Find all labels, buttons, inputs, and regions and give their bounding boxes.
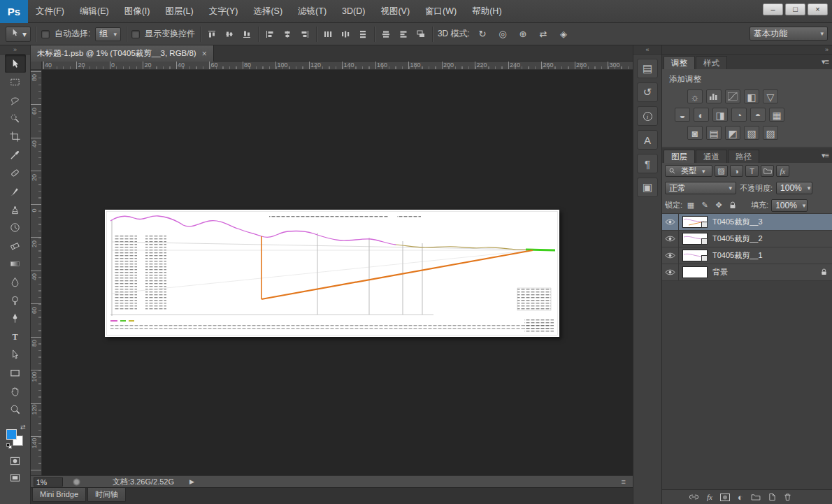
- distribute-left-edges-button[interactable]: [380, 28, 392, 41]
- expand-panels-icon[interactable]: «: [633, 45, 661, 55]
- menu-layer[interactable]: 图层(L): [157, 0, 201, 23]
- canvas[interactable]: [42, 70, 633, 475]
- layer-filter-dropdown[interactable]: 类型 ▾: [665, 165, 712, 177]
- layer-style-button[interactable]: fx: [707, 493, 712, 501]
- 3d-rotate-icon[interactable]: ↻: [475, 27, 490, 41]
- blend-mode-dropdown[interactable]: 正常 ▾: [665, 182, 736, 194]
- info-panel-icon[interactable]: i: [637, 106, 658, 126]
- collapse-panels-icon[interactable]: »: [662, 45, 832, 55]
- history-panel-icon[interactable]: ↺: [637, 82, 658, 102]
- auto-select-checkbox[interactable]: [41, 30, 50, 38]
- vertical-ruler[interactable]: 80 60 40 20 0 20 40 60 80 100 120 140: [31, 70, 42, 475]
- vibrance-icon[interactable]: ▽: [763, 89, 778, 103]
- menu-type[interactable]: 文字(Y): [201, 0, 246, 23]
- paragraph-panel-icon[interactable]: ¶: [637, 154, 658, 173]
- filter-type-layers-button[interactable]: T: [745, 165, 759, 177]
- color-lookup-icon[interactable]: ▦: [769, 108, 784, 122]
- rectangle-shape-tool[interactable]: [5, 363, 26, 382]
- menu-3d[interactable]: 3D(D): [334, 0, 373, 23]
- fill-dropdown[interactable]: 100% ▾: [771, 199, 808, 212]
- status-options-arrow-icon[interactable]: ▶: [189, 478, 194, 485]
- new-layer-button[interactable]: [768, 493, 776, 501]
- layer-row[interactable]: T0405裁剪__1: [662, 247, 832, 264]
- clone-source-panel-icon[interactable]: ▣: [637, 178, 658, 197]
- threshold-icon[interactable]: ◩: [725, 126, 740, 140]
- layer-row[interactable]: T0405裁剪__2: [662, 231, 832, 247]
- lock-transparent-pixels-button[interactable]: ▦: [685, 200, 696, 211]
- opacity-dropdown[interactable]: 100% ▾: [776, 182, 812, 194]
- 3d-drag-icon[interactable]: ⊕: [515, 27, 531, 41]
- menu-file[interactable]: 文件(F): [28, 0, 72, 23]
- 3d-roll-icon[interactable]: ◎: [495, 27, 510, 41]
- menu-window[interactable]: 窗口(W): [417, 0, 464, 23]
- zoom-level-field[interactable]: 1%: [34, 477, 63, 487]
- document-tab[interactable]: 未标题-1.psb @ 1% (T0405裁剪__3, RGB/8) ×: [31, 45, 214, 62]
- levels-icon[interactable]: [706, 89, 722, 103]
- filter-group-layers-button[interactable]: [761, 165, 774, 177]
- layer-visibility-toggle[interactable]: [662, 247, 679, 264]
- path-selection-tool[interactable]: [5, 345, 26, 363]
- quick-selection-tool[interactable]: [5, 109, 26, 127]
- add-layer-mask-button[interactable]: [720, 494, 730, 501]
- posterize-icon[interactable]: ▤: [706, 126, 722, 140]
- spot-healing-brush-tool[interactable]: [5, 164, 26, 182]
- invert-icon[interactable]: ◙: [687, 126, 703, 140]
- foreground-color-swatch[interactable]: [6, 429, 17, 440]
- layer-thumbnail[interactable]: [682, 250, 708, 261]
- brush-tool[interactable]: [5, 182, 26, 200]
- align-bottom-edges-button[interactable]: [241, 28, 253, 41]
- layer-row-background[interactable]: 背景: [662, 264, 832, 281]
- panel-menu-icon[interactable]: ▾≡: [822, 151, 829, 160]
- align-horizontal-centers-button[interactable]: [281, 28, 294, 41]
- layer-thumbnail[interactable]: [682, 216, 708, 228]
- 3d-scale-icon[interactable]: ◈: [556, 27, 571, 41]
- eraser-tool[interactable]: [5, 236, 26, 254]
- color-balance-icon[interactable]: ◐: [694, 108, 709, 122]
- auto-select-target-dropdown[interactable]: 组 ▾: [95, 27, 121, 41]
- layer-visibility-toggle[interactable]: [662, 231, 679, 247]
- layer-row[interactable]: T0405裁剪__3: [662, 214, 832, 231]
- menu-edit[interactable]: 编辑(E): [72, 0, 117, 23]
- layer-visibility-toggle[interactable]: [662, 214, 679, 230]
- selective-color-icon[interactable]: ▨: [763, 126, 778, 140]
- dodge-tool[interactable]: [5, 291, 26, 309]
- tool-preset-button[interactable]: ▾: [6, 27, 31, 42]
- black-white-icon[interactable]: ◨: [712, 108, 728, 122]
- lock-position-button[interactable]: ✥: [713, 200, 724, 211]
- tab-timeline[interactable]: 时间轴: [87, 488, 126, 502]
- delete-layer-button[interactable]: [784, 493, 791, 501]
- filter-effect-layers-button[interactable]: fx: [776, 165, 789, 177]
- brightness-contrast-icon[interactable]: ☼: [687, 89, 703, 103]
- show-transform-checkbox[interactable]: [131, 30, 140, 38]
- distribute-bottom-edges-button[interactable]: [357, 28, 369, 41]
- ruler-corner[interactable]: [31, 62, 42, 70]
- gradient-tool[interactable]: [5, 254, 26, 273]
- document-page[interactable]: [105, 210, 559, 337]
- status-menu-icon[interactable]: ≡: [622, 477, 626, 486]
- menu-image[interactable]: 图像(I): [117, 0, 158, 23]
- filter-pixel-layers-button[interactable]: ▨: [715, 165, 728, 177]
- tab-adjustments[interactable]: 调整: [664, 56, 695, 69]
- history-brush-tool[interactable]: [5, 218, 26, 236]
- toolbox-collapse-icon[interactable]: »: [0, 45, 30, 55]
- 3d-slide-icon[interactable]: ⇄: [536, 27, 551, 41]
- tab-channels[interactable]: 通道: [696, 150, 727, 163]
- tab-paths[interactable]: 路径: [728, 150, 759, 163]
- minimize-button[interactable]: –: [763, 3, 783, 15]
- filter-adjustment-layers-button[interactable]: ◑: [730, 165, 743, 177]
- character-panel-icon[interactable]: A: [637, 130, 658, 150]
- layer-thumbnail[interactable]: [682, 266, 708, 278]
- align-vertical-centers-button[interactable]: [223, 28, 236, 41]
- hue-saturation-icon[interactable]: ◒: [675, 108, 690, 122]
- lock-image-pixels-button[interactable]: ✎: [699, 200, 710, 211]
- zoom-tool[interactable]: [5, 400, 26, 418]
- gradient-map-icon[interactable]: ▧: [744, 126, 759, 140]
- tab-styles[interactable]: 样式: [696, 56, 727, 69]
- pen-tool[interactable]: [5, 309, 26, 327]
- align-top-edges-button[interactable]: [206, 28, 218, 41]
- layer-thumbnail[interactable]: [682, 233, 708, 245]
- link-layers-button[interactable]: [689, 494, 699, 501]
- rectangular-marquee-tool[interactable]: [5, 73, 26, 91]
- move-tool[interactable]: [5, 55, 26, 73]
- curves-icon[interactable]: [725, 89, 740, 103]
